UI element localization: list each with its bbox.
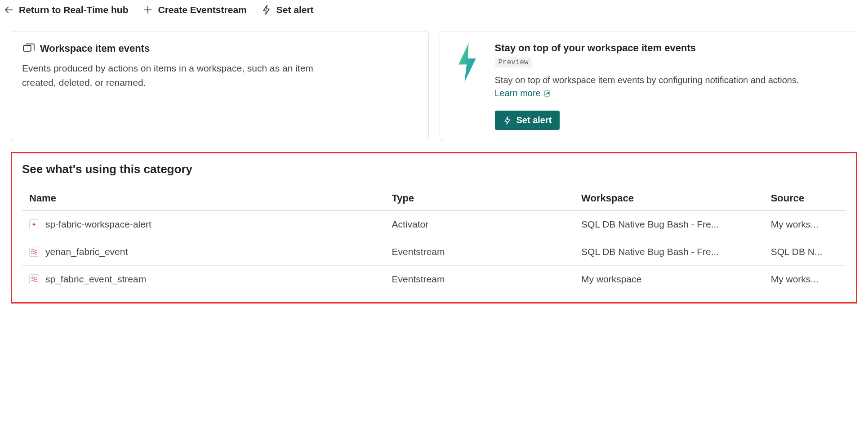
alert-card-body: Stay on top of your workspace item event… [451,42,846,130]
svg-rect-0 [24,45,31,51]
info-card-header: Workspace item events [22,42,418,55]
category-title: See what's using this category [22,162,846,176]
table-header-row: Name Type Workspace Source [22,187,846,211]
cell-type: Activator [385,211,574,238]
plus-icon [142,4,153,15]
lightning-gradient-icon [451,42,482,83]
create-eventstream-button[interactable]: Create Eventstream [142,4,246,15]
alert-card-description: Stay on top of workspace item events by … [495,74,846,100]
return-label: Return to Real-Time hub [19,4,128,15]
activator-icon [29,219,39,229]
external-link-icon [543,90,551,97]
cell-type: Eventstream [385,266,574,293]
category-section: See what's using this category Name Type… [11,152,857,304]
cell-workspace: My workspace [574,266,764,293]
cell-source: SQL DB N... [764,238,846,266]
alert-card-title: Stay on top of your workspace item event… [495,42,846,54]
col-header-source[interactable]: Source [764,187,846,211]
set-alert-toolbar-label: Set alert [276,4,314,15]
cell-name[interactable]: sp-fabric-workspace-alert [22,211,385,238]
cards-row: Workspace item events Events produced by… [11,31,857,141]
cell-workspace: SQL DB Native Bug Bash - Fre... [574,211,764,238]
set-alert-button-label: Set alert [516,115,552,125]
cell-type: Eventstream [385,238,574,266]
cell-source: My works... [764,211,846,238]
table-row[interactable]: sp_fabric_event_streamEventstreamMy work… [22,266,846,293]
cell-workspace: SQL DB Native Bug Bash - Fre... [574,238,764,266]
set-alert-button[interactable]: Set alert [495,111,560,130]
info-card-title: Workspace item events [40,43,150,54]
table-row[interactable]: sp-fabric-workspace-alertActivatorSQL DB… [22,211,846,238]
alert-card-text: Stay on top of your workspace item event… [495,42,846,130]
row-name-text: yenan_fabric_event [45,246,128,257]
category-table: Name Type Workspace Source sp-fabric-wor… [22,187,846,293]
lightning-icon [261,4,272,15]
cell-source: My works... [764,266,846,293]
learn-more-link[interactable]: Learn more [495,87,551,100]
info-card-description: Events produced by actions on items in a… [22,61,314,89]
arrow-left-icon [4,4,14,15]
cell-name[interactable]: sp_fabric_event_stream [22,266,385,293]
eventstream-icon [29,274,39,284]
learn-more-text: Learn more [495,87,541,100]
col-header-name[interactable]: Name [22,187,385,211]
preview-badge: Preview [495,58,532,67]
toolbar: Return to Real-Time hub Create Eventstre… [0,0,868,20]
set-alert-toolbar-button[interactable]: Set alert [261,4,314,15]
col-header-type[interactable]: Type [385,187,574,211]
workspace-events-icon [22,42,35,55]
alert-card-desc-text: Stay on top of workspace item events by … [495,75,799,85]
row-name-text: sp-fabric-workspace-alert [45,219,151,230]
return-button[interactable]: Return to Real-Time hub [4,4,128,15]
content-wrapper: Workspace item events Events produced by… [0,20,868,314]
cell-name[interactable]: yenan_fabric_event [22,238,385,266]
row-name-text: sp_fabric_event_stream [45,274,146,285]
eventstream-icon [29,247,39,257]
table-row[interactable]: yenan_fabric_eventEventstreamSQL DB Nati… [22,238,846,266]
alert-card: Stay on top of your workspace item event… [440,31,858,141]
create-eventstream-label: Create Eventstream [158,4,246,15]
lightning-icon [503,116,512,125]
col-header-workspace[interactable]: Workspace [574,187,764,211]
info-card: Workspace item events Events produced by… [11,31,429,141]
